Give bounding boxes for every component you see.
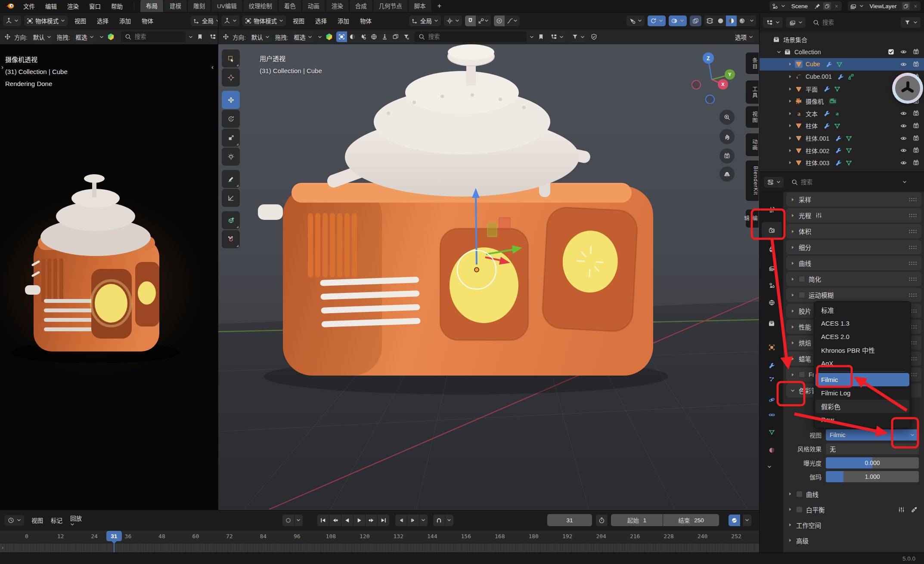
- panel-expand-icon[interactable]: [791, 356, 795, 361]
- expand-closed-icon[interactable]: [788, 136, 793, 141]
- key-next-button[interactable]: [366, 515, 377, 526]
- preview-range-button[interactable]: [596, 515, 608, 526]
- view-transform-option-ACES 1.3[interactable]: ACES 1.3: [815, 317, 909, 330]
- tool-add-cube[interactable]: [222, 211, 240, 229]
- expand-closed-icon[interactable]: [788, 160, 793, 165]
- viewport-menu-添加[interactable]: 添加: [115, 15, 135, 26]
- menu-窗口[interactable]: 窗口: [84, 0, 106, 12]
- asset-view-mode[interactable]: [548, 31, 566, 42]
- outliner-scope[interactable]: [786, 17, 806, 28]
- cm-subpanel-白平衡[interactable]: 白平衡: [786, 503, 920, 516]
- shading-material-preview[interactable]: [726, 15, 737, 26]
- viewport-menu-视图[interactable]: 视图: [71, 15, 90, 26]
- panel-expand-icon[interactable]: [791, 261, 795, 265]
- toggle-eye[interactable]: [899, 110, 907, 117]
- main-viewport-canvas[interactable]: 用户透视 (31) Collection | Cube Z Y X 条目工具视图…: [218, 44, 759, 509]
- play-back-button[interactable]: [341, 515, 353, 526]
- frame-step-controls[interactable]: [395, 515, 428, 526]
- blenderkit-search-input[interactable]: [428, 34, 523, 40]
- blenderkit-search[interactable]: [121, 31, 186, 42]
- toolbar-toggle-icon[interactable]: ›: [1, 64, 4, 70]
- bookmark-icon[interactable]: [537, 33, 545, 41]
- workspace-tab-合成[interactable]: 合成: [350, 0, 372, 12]
- current-frame-field[interactable]: 31: [547, 514, 592, 526]
- drag-mode-selector[interactable]: 框选: [73, 31, 96, 42]
- navigation-gizmo[interactable]: Z Y X: [686, 52, 742, 104]
- editor-type-button[interactable]: [3, 15, 21, 26]
- toggle-camera[interactable]: [912, 159, 920, 166]
- properties-tab-collection[interactable]: [762, 315, 781, 332]
- toggle-eye[interactable]: [899, 48, 907, 56]
- sidebar-tab-BlenderKit[interactable]: BlenderKit: [746, 160, 759, 201]
- camera-viewport-canvas[interactable]: 摄像机透视 (31) Collection | Cube Rendering D…: [0, 44, 218, 509]
- panel-expand-icon[interactable]: [791, 277, 795, 281]
- properties-tab-tool[interactable]: [762, 201, 781, 218]
- outliner-filter[interactable]: [901, 17, 921, 28]
- asset-type-scene-drop[interactable]: [358, 31, 369, 42]
- expand-closed-icon[interactable]: [788, 111, 793, 116]
- tool-transform[interactable]: [222, 148, 240, 166]
- viewport-menu-物体[interactable]: 物体: [138, 15, 157, 26]
- eyedropper-icon[interactable]: [910, 505, 918, 513]
- panel-expand-icon[interactable]: [788, 538, 793, 543]
- toggle-camera[interactable]: [912, 48, 920, 56]
- sidebar-tab-条目[interactable]: 条目: [746, 52, 759, 74]
- perspective-toggle-button[interactable]: [719, 166, 735, 182]
- viewport-menu-添加[interactable]: 添加: [334, 15, 353, 26]
- key-prev-button[interactable]: [329, 515, 341, 526]
- playhead[interactable]: 31: [106, 531, 122, 541]
- panel-expand-icon[interactable]: [791, 340, 795, 345]
- playback-sync-menu[interactable]: [433, 515, 453, 526]
- panel-expand-icon[interactable]: [791, 324, 795, 329]
- expand-open-icon[interactable]: [777, 49, 781, 54]
- panel-expand-icon[interactable]: [791, 245, 795, 250]
- orientation-selector[interactable]: 默认: [249, 31, 272, 42]
- view-transform-option-Filmic[interactable]: Filmic: [815, 373, 909, 386]
- workspace-tab-纹理绘制[interactable]: 纹理绘制: [243, 0, 278, 12]
- frame-end-field[interactable]: 结束250: [663, 514, 719, 526]
- asset-type-model-box[interactable]: [336, 31, 347, 42]
- viewport-menu-选择[interactable]: 选择: [311, 15, 331, 26]
- timeline-menu-回放[interactable]: 回放: [66, 512, 86, 528]
- sliders-icon[interactable]: [815, 212, 822, 219]
- camera-view-button[interactable]: [719, 148, 735, 163]
- view-layer-selector[interactable]: ViewLayer ×: [848, 1, 921, 11]
- panel-expand-icon[interactable]: [791, 213, 795, 218]
- workspace-tab-建模[interactable]: 建模: [164, 0, 187, 12]
- timeline-editor-type[interactable]: [4, 515, 24, 526]
- options-button[interactable]: 选项: [732, 31, 756, 42]
- tool-select-box[interactable]: [222, 49, 240, 68]
- panel-expand-icon[interactable]: [791, 197, 795, 202]
- properties-tab-render[interactable]: [762, 222, 781, 238]
- panel-expand-icon[interactable]: [791, 388, 795, 393]
- proportional-toggle[interactable]: [494, 15, 505, 26]
- panel-expand-icon[interactable]: [788, 492, 793, 496]
- workspace-tab-雕刻[interactable]: 雕刻: [188, 0, 211, 12]
- panel-expand-icon[interactable]: [788, 523, 793, 527]
- workspace-tab-UV编辑[interactable]: UV编辑: [211, 0, 242, 12]
- menu-渲染[interactable]: 渲染: [62, 0, 84, 12]
- tool-annotate[interactable]: [222, 170, 240, 188]
- toggle-eye[interactable]: [899, 147, 907, 154]
- tool-scale[interactable]: [222, 129, 240, 147]
- workspace-tab-脚本[interactable]: 脚本: [409, 0, 431, 12]
- expand-closed-icon[interactable]: [788, 62, 793, 67]
- menu-文件[interactable]: 文件: [18, 0, 40, 12]
- shading-solid[interactable]: [715, 15, 726, 26]
- shield-icon[interactable]: [590, 33, 598, 41]
- timeline-menu-视图[interactable]: 视图: [28, 515, 47, 526]
- view-transform-option-标准[interactable]: 标准: [815, 303, 909, 317]
- overlays-toggle[interactable]: [669, 15, 687, 26]
- bookmark-icon[interactable]: [196, 33, 204, 41]
- shading-mode-selector[interactable]: [704, 15, 756, 26]
- cm-subpanel-高级[interactable]: 高级: [786, 534, 920, 547]
- tool-move[interactable]: [222, 91, 240, 109]
- properties-tab-world[interactable]: [762, 294, 781, 311]
- sidebar-tab-编辑[interactable]: 编辑: [746, 210, 759, 228]
- cm-subpanel-曲线[interactable]: 曲线: [786, 487, 920, 500]
- toggle-eye[interactable]: [899, 134, 907, 142]
- panel-运动模糊[interactable]: 运动模糊: [786, 288, 921, 302]
- asset-filter[interactable]: [569, 31, 587, 42]
- panel-expand-icon[interactable]: [791, 372, 795, 377]
- shading-options[interactable]: [747, 15, 756, 26]
